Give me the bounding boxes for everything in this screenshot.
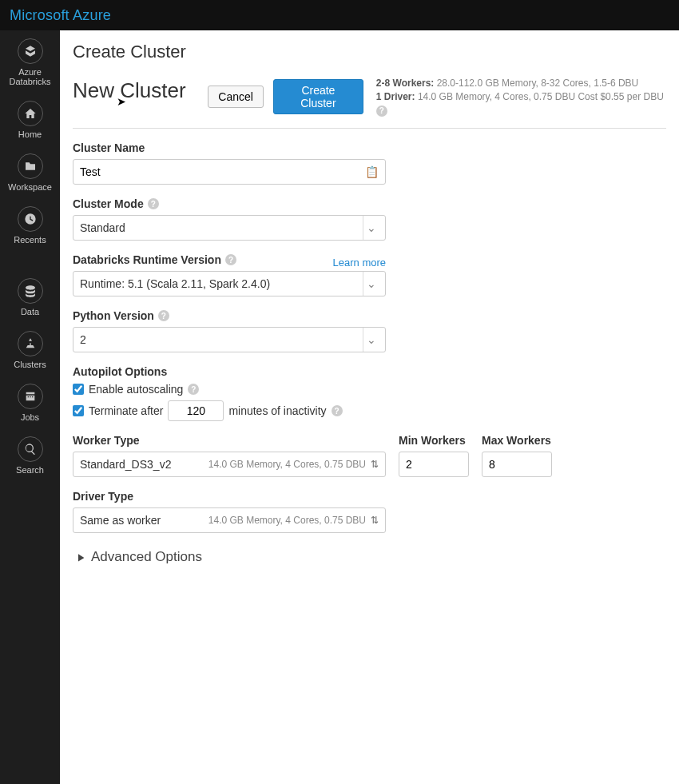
runtime-label: Databricks Runtime Version ?: [73, 253, 236, 266]
page-title: Create Cluster: [73, 42, 666, 62]
terminate-after-row: Terminate after minutes of inactivity ?: [73, 400, 666, 421]
chevron-down-icon: ⌄: [363, 216, 379, 240]
enable-autoscaling-label: Enable autoscaling: [89, 383, 183, 396]
advanced-options-label: Advanced Options: [91, 549, 202, 565]
max-workers-label: Max Workers: [482, 434, 552, 447]
sidebar-item-clusters[interactable]: Clusters: [0, 331, 60, 369]
runtime-learn-more-link[interactable]: Learn more: [333, 257, 386, 269]
help-icon[interactable]: ?: [332, 405, 343, 416]
sidebar-item-label: Jobs: [21, 412, 39, 422]
cluster-mode-value: Standard: [80, 221, 125, 234]
python-version-select[interactable]: 2 ⌄: [73, 327, 386, 352]
updown-icon: ⇅: [371, 515, 379, 526]
max-workers-col: Max Workers: [482, 434, 552, 477]
folder-icon: [24, 160, 37, 173]
driver-type-value: Same as worker: [80, 514, 161, 527]
sidebar-item-label: Recents: [14, 235, 46, 245]
topbar: Microsoft Azure: [0, 0, 679, 30]
database-icon: [24, 285, 37, 297]
form-heading: New Cluster: [73, 78, 186, 102]
clipboard-icon[interactable]: 📋: [365, 165, 379, 178]
help-icon[interactable]: ?: [148, 198, 159, 209]
runtime-label-text: Databricks Runtime Version: [73, 253, 221, 266]
summary-workers-detail: 28.0-112.0 GB Memory, 8-32 Cores, 1.5-6 …: [437, 78, 639, 89]
sidebar-item-search[interactable]: Search: [0, 436, 60, 475]
enable-autoscaling-checkbox[interactable]: [73, 384, 84, 395]
cluster-mode-label: Cluster Mode ?: [73, 197, 666, 210]
cluster-name-input-wrap: 📋: [73, 159, 386, 185]
terminate-after-checkbox[interactable]: [73, 405, 84, 416]
runtime-value: Runtime: 5.1 (Scala 2.11, Spark 2.4.0): [80, 277, 270, 290]
search-icon: [24, 443, 37, 456]
clock-icon: [24, 213, 37, 225]
autopilot-row: Autopilot Options Enable autoscaling ? T…: [73, 365, 666, 421]
driver-type-row: Driver Type Same as worker 14.0 GB Memor…: [73, 490, 666, 533]
min-workers-input[interactable]: [399, 452, 469, 477]
cluster-mode-select[interactable]: Standard ⌄: [73, 215, 386, 241]
driver-type-label: Driver Type: [73, 490, 666, 503]
sidebar-item-label: Search: [16, 465, 44, 475]
cluster-name-row: Cluster Name 📋: [73, 141, 666, 185]
terminate-suffix: minutes of inactivity: [228, 404, 326, 417]
chevron-down-icon: ⌄: [363, 272, 379, 296]
triangle-right-icon: ▶: [78, 551, 84, 563]
sidebar-item-label: Home: [18, 129, 42, 139]
cluster-name-label: Cluster Name: [73, 141, 666, 154]
cluster-mode-row: Cluster Mode ? Standard ⌄: [73, 197, 666, 241]
help-icon[interactable]: ?: [225, 254, 236, 265]
python-version-label: Python Version ?: [73, 309, 666, 322]
header-row: New Cluster ➤ Cancel Create Cluster 2-8 …: [73, 77, 666, 129]
chevron-down-icon: ⌄: [363, 328, 379, 352]
sidebar-item-azure-databricks[interactable]: Azure Databricks: [0, 38, 60, 86]
advanced-options-toggle[interactable]: ▶ Advanced Options: [77, 549, 666, 565]
terminate-minutes-input[interactable]: [168, 400, 224, 421]
create-cluster-button[interactable]: Create Cluster: [273, 79, 363, 114]
worker-type-meta: 14.0 GB Memory, 4 Cores, 0.75 DBU: [208, 459, 366, 470]
runtime-row: Databricks Runtime Version ? Learn more …: [73, 253, 386, 296]
python-version-value: 2: [80, 333, 86, 346]
cluster-summary: 2-8 Workers: 28.0-112.0 GB Memory, 8-32 …: [376, 77, 666, 117]
main-content: Create Cluster New Cluster ➤ Cancel Crea…: [60, 30, 679, 784]
home-icon: [24, 107, 37, 120]
cluster-name-input[interactable]: [80, 165, 365, 178]
max-workers-input[interactable]: [482, 452, 552, 477]
summary-driver-label: 1 Driver:: [376, 91, 415, 102]
help-icon[interactable]: ?: [158, 310, 169, 321]
sidebar-item-label: Data: [21, 307, 39, 316]
calendar-icon: [24, 390, 37, 403]
help-icon[interactable]: ?: [376, 105, 387, 117]
cancel-button[interactable]: Cancel: [208, 86, 264, 108]
cluster-mode-label-text: Cluster Mode: [73, 197, 144, 210]
sidebar-item-label: Workspace: [8, 182, 52, 192]
sidebar-item-label: Clusters: [14, 360, 46, 369]
python-version-row: Python Version ? 2 ⌄: [73, 309, 666, 352]
cluster-form: Cluster Name 📋 Cluster Mode ? Standard ⌄: [73, 141, 666, 565]
runtime-select[interactable]: Runtime: 5.1 (Scala 2.11, Spark 2.4.0) ⌄: [73, 271, 386, 296]
sidebar-item-data[interactable]: Data: [0, 278, 60, 316]
summary-workers-label: 2-8 Workers:: [376, 78, 434, 89]
brand-logo: Microsoft Azure: [10, 7, 111, 24]
worker-type-row: Worker Type Standard_DS3_v2 14.0 GB Memo…: [73, 434, 666, 477]
min-workers-col: Min Workers: [399, 434, 469, 477]
sidebar-item-workspace[interactable]: Workspace: [0, 153, 60, 192]
updown-icon: ⇅: [371, 459, 379, 470]
python-version-label-text: Python Version: [73, 309, 154, 322]
summary-driver-detail: 14.0 GB Memory, 4 Cores, 0.75 DBU Cost $…: [418, 91, 664, 102]
help-icon[interactable]: ?: [188, 384, 199, 395]
sidebar-item-label: Azure Databricks: [0, 67, 60, 86]
sidebar-item-home[interactable]: Home: [0, 101, 60, 139]
driver-type-meta: 14.0 GB Memory, 4 Cores, 0.75 DBU: [208, 515, 366, 526]
sidebar-item-jobs[interactable]: Jobs: [0, 384, 60, 422]
databricks-icon: [24, 45, 37, 58]
worker-type-select[interactable]: Standard_DS3_v2 14.0 GB Memory, 4 Cores,…: [73, 452, 386, 477]
driver-type-select[interactable]: Same as worker 14.0 GB Memory, 4 Cores, …: [73, 507, 386, 533]
enable-autoscaling-row: Enable autoscaling ?: [73, 383, 666, 396]
sidebar-item-recents[interactable]: Recents: [0, 206, 60, 245]
autopilot-label: Autopilot Options: [73, 365, 666, 378]
worker-type-value: Standard_DS3_v2: [80, 458, 171, 471]
sidebar: Azure Databricks Home Workspace Recents …: [0, 30, 60, 784]
cluster-icon: [24, 337, 37, 350]
min-workers-label: Min Workers: [399, 434, 469, 447]
worker-type-label: Worker Type: [73, 434, 386, 447]
terminate-prefix: Terminate after: [89, 404, 163, 417]
